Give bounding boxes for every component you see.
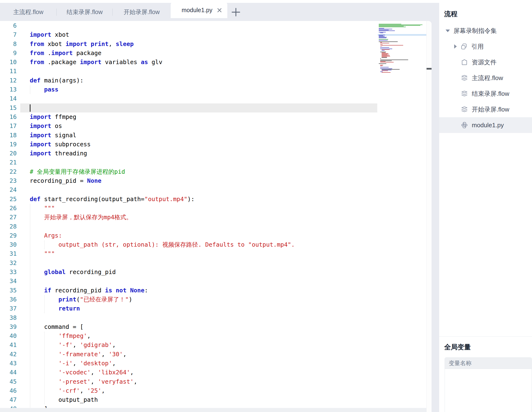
chevron-down-icon[interactable] <box>446 29 450 32</box>
sidebar-title: 流程 <box>444 10 457 19</box>
code-line[interactable]: 13 pass <box>0 85 377 94</box>
code-line[interactable]: 39 command = [ <box>0 322 377 332</box>
code-line[interactable]: 41 '-f', 'gdigrab', <box>0 341 377 350</box>
scrollbar-marker <box>427 68 432 69</box>
code-line[interactable]: 28 <box>0 222 377 231</box>
minimap-line <box>381 69 400 69</box>
minimap-current-line <box>378 34 426 36</box>
code-text: command = [ <box>30 322 84 332</box>
minimap-line <box>380 71 383 72</box>
code-line[interactable]: 15 <box>0 103 377 112</box>
minimap-line <box>379 30 389 30</box>
minimap-line <box>380 69 392 69</box>
tree-item-label: 资源文件 <box>472 58 496 67</box>
tree-item-module1.py[interactable]: module1.py <box>439 117 532 133</box>
code-line[interactable]: 31 """ <box>0 249 377 258</box>
line-number: 26 <box>0 204 17 213</box>
code-editor[interactable]: 67import xbot8from xbot import print, sl… <box>0 21 432 412</box>
code-line[interactable]: 38 <box>0 313 377 322</box>
line-number: 44 <box>0 368 17 377</box>
code-line[interactable]: 8from xbot import print, sleep <box>0 39 377 49</box>
code-line[interactable]: 29 Args: <box>0 231 377 240</box>
code-text: return <box>30 304 80 313</box>
code-line[interactable]: 6 <box>0 21 377 30</box>
code-line[interactable]: 25def start_recording(output_path="outpu… <box>0 195 377 204</box>
code-text: import ffmpeg <box>30 112 76 121</box>
code-line[interactable]: 12def main(args): <box>0 76 377 85</box>
code-text: """ <box>30 204 55 213</box>
code-line[interactable]: 27 开始录屏，默认保存为mp4格式。 <box>0 213 377 222</box>
code-line[interactable]: 24 <box>0 185 377 195</box>
code-line[interactable]: 17import os <box>0 121 377 131</box>
minimap-line <box>381 56 390 57</box>
line-number: 42 <box>0 350 17 359</box>
code-line[interactable]: 16import ffmpeg <box>0 112 377 121</box>
code-line[interactable]: 46 '-crf', '25', <box>0 386 377 395</box>
tree-item-开始录屏.flow[interactable]: 开始录屏.flow <box>439 101 532 117</box>
code-line[interactable]: 47 output_path <box>0 395 377 404</box>
code-line[interactable]: 35 if recording_pid is not None: <box>0 286 377 295</box>
minimap-line <box>379 26 404 26</box>
tab-module1-active[interactable]: module1.py <box>171 2 227 18</box>
line-number: 34 <box>0 277 17 286</box>
code-line[interactable]: 32 <box>0 259 377 268</box>
code-text: '-preset', 'veryfast', <box>30 377 137 386</box>
code-line[interactable]: 45 '-preset', 'veryfast', <box>0 377 377 386</box>
code-text: print("已经在录屏了！") <box>30 295 132 304</box>
code-line[interactable]: 37 return <box>0 304 377 313</box>
indent-guide <box>30 277 30 286</box>
code-line[interactable]: 10from .package import variables as glv <box>0 58 377 67</box>
code-line[interactable]: 14 <box>0 94 377 103</box>
minimap[interactable] <box>378 21 426 117</box>
code-line[interactable]: 20import threading <box>0 149 377 158</box>
code-line[interactable]: 7import xbot <box>0 30 377 39</box>
code-line[interactable]: 43 '-i', 'desktop', <box>0 359 377 368</box>
code-lines[interactable]: 67import xbot8from xbot import print, sl… <box>0 21 377 412</box>
code-line[interactable]: 36 print("已经在录屏了！") <box>0 295 377 304</box>
tree-item-资源文件[interactable]: 资源文件 <box>439 54 532 70</box>
horizontal-scrollbar[interactable] <box>0 408 426 412</box>
line-number: 23 <box>0 176 17 185</box>
minimap-line <box>381 45 403 46</box>
tree-item-引用[interactable]: 引用 <box>439 39 532 54</box>
code-line[interactable]: 23recording_pid = None <box>0 176 377 185</box>
code-line[interactable]: 44 '-vcodec', 'libx264', <box>0 368 377 377</box>
code-line[interactable]: 26 """ <box>0 204 377 213</box>
close-icon[interactable] <box>216 7 223 14</box>
code-text: output_path <box>30 395 98 404</box>
vertical-scrollbar[interactable] <box>426 21 432 412</box>
code-line[interactable]: 42 '-framerate', '30', <box>0 350 377 359</box>
tree-item-结束录屏.flow[interactable]: 结束录屏.flow <box>439 86 532 101</box>
code-line[interactable]: 30 output_path (str, optional): 视频保存路径. … <box>0 240 377 249</box>
code-line[interactable]: 9from .import package <box>0 49 377 58</box>
tab-main-flow[interactable]: 主流程.flow <box>0 3 57 21</box>
line-number: 37 <box>0 304 17 313</box>
line-number: 29 <box>0 231 17 240</box>
code-line[interactable]: 22# 全局变量用于存储录屏进程的pid <box>0 167 377 176</box>
code-line[interactable]: 19import subprocess <box>0 140 377 149</box>
code-line[interactable]: 34 <box>0 277 377 286</box>
tree-item-主流程.flow[interactable]: 主流程.flow <box>439 70 532 86</box>
new-tab-plus-icon[interactable] <box>231 7 241 17</box>
layers-icon <box>461 74 468 82</box>
minimap-line <box>380 46 382 46</box>
global-variables-title: 全局变量 <box>444 343 471 352</box>
code-line[interactable]: 11 <box>0 67 377 76</box>
global-variables-table[interactable]: 变量名称 <box>445 357 532 412</box>
code-line[interactable]: 21 <box>0 158 377 167</box>
chevron-right-icon[interactable] <box>454 44 457 49</box>
tree-item-label: 主流程.flow <box>472 74 503 82</box>
minimap-line <box>379 63 386 64</box>
tab-end-record-flow[interactable]: 结束录屏.flow <box>57 3 113 21</box>
code-line[interactable]: 18import signal <box>0 131 377 140</box>
tab-start-record-flow[interactable]: 开始录屏.flow <box>113 3 171 21</box>
code-text: import subprocess <box>30 140 91 149</box>
code-line[interactable]: 40 'ffmpeg', <box>0 332 377 341</box>
line-number: 13 <box>0 85 17 94</box>
minimap-line <box>379 36 383 36</box>
line-number: 19 <box>0 140 17 149</box>
code-line[interactable]: 33 global recording_pid <box>0 268 377 277</box>
layers-icon <box>461 90 468 98</box>
tree-item-屏幕录制指令集[interactable]: 屏幕录制指令集 <box>439 23 532 39</box>
minimap-line <box>380 43 389 43</box>
